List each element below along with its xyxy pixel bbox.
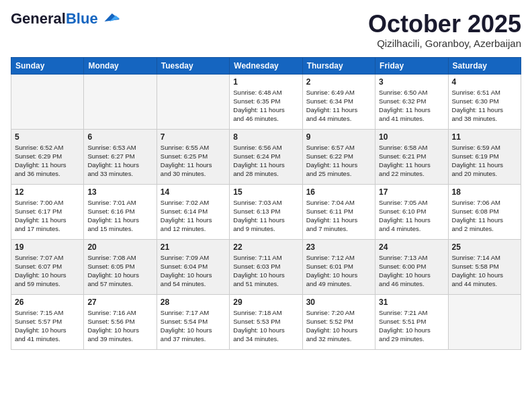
calendar-cell: 11Sunrise: 6:59 AM Sunset: 6:19 PM Dayli… xyxy=(448,129,521,184)
calendar-cell: 23Sunrise: 7:12 AM Sunset: 6:01 PM Dayli… xyxy=(302,239,375,294)
day-info: Sunrise: 7:20 AM Sunset: 5:52 PM Dayligh… xyxy=(306,308,371,344)
location: Qizilhacili, Goranboy, Azerbaijan xyxy=(368,38,521,49)
day-number: 9 xyxy=(306,132,371,142)
day-header-wednesday: Wednesday xyxy=(230,57,302,74)
day-number: 10 xyxy=(379,132,444,142)
calendar-header-row: SundayMondayTuesdayWednesdayThursdayFrid… xyxy=(11,57,521,74)
calendar-cell: 7Sunrise: 6:55 AM Sunset: 6:25 PM Daylig… xyxy=(157,129,229,184)
day-info: Sunrise: 7:04 AM Sunset: 6:11 PM Dayligh… xyxy=(306,198,371,234)
calendar-cell: 20Sunrise: 7:08 AM Sunset: 6:05 PM Dayli… xyxy=(84,239,157,294)
day-number: 29 xyxy=(233,298,298,307)
calendar-week-row: 5Sunrise: 6:52 AM Sunset: 6:29 PM Daylig… xyxy=(11,129,521,184)
day-info: Sunrise: 7:15 AM Sunset: 5:57 PM Dayligh… xyxy=(15,308,80,344)
calendar-cell xyxy=(11,74,84,129)
day-info: Sunrise: 6:58 AM Sunset: 6:21 PM Dayligh… xyxy=(379,143,444,179)
day-info: Sunrise: 7:14 AM Sunset: 5:58 PM Dayligh… xyxy=(452,253,517,289)
day-number: 15 xyxy=(233,187,298,197)
calendar-cell: 30Sunrise: 7:20 AM Sunset: 5:52 PM Dayli… xyxy=(302,294,375,349)
day-number: 30 xyxy=(306,298,371,307)
logo: GeneralBlue xyxy=(11,11,120,27)
calendar-cell: 29Sunrise: 7:18 AM Sunset: 5:53 PM Dayli… xyxy=(230,294,302,349)
logo-general: General xyxy=(11,10,66,27)
day-header-monday: Monday xyxy=(84,57,157,74)
calendar-week-row: 26Sunrise: 7:15 AM Sunset: 5:57 PM Dayli… xyxy=(11,294,521,349)
calendar-table: SundayMondayTuesdayWednesdayThursdayFrid… xyxy=(11,57,521,350)
day-number: 11 xyxy=(452,132,517,142)
day-info: Sunrise: 6:59 AM Sunset: 6:19 PM Dayligh… xyxy=(452,143,517,179)
calendar-cell: 4Sunrise: 6:51 AM Sunset: 6:30 PM Daylig… xyxy=(448,74,521,129)
day-number: 20 xyxy=(87,242,152,252)
calendar-cell: 13Sunrise: 7:01 AM Sunset: 6:16 PM Dayli… xyxy=(84,184,157,239)
day-header-sunday: Sunday xyxy=(11,57,84,74)
day-header-saturday: Saturday xyxy=(448,57,521,74)
day-number: 2 xyxy=(306,77,371,87)
logo-text: GeneralBlue xyxy=(11,11,98,27)
calendar-cell: 18Sunrise: 7:06 AM Sunset: 6:08 PM Dayli… xyxy=(448,184,521,239)
calendar-cell: 5Sunrise: 6:52 AM Sunset: 6:29 PM Daylig… xyxy=(11,129,84,184)
day-number: 4 xyxy=(452,77,517,87)
day-number: 27 xyxy=(87,298,152,307)
day-info: Sunrise: 7:05 AM Sunset: 6:10 PM Dayligh… xyxy=(379,198,444,234)
calendar-cell: 1Sunrise: 6:48 AM Sunset: 6:35 PM Daylig… xyxy=(230,74,302,129)
day-info: Sunrise: 7:11 AM Sunset: 6:03 PM Dayligh… xyxy=(233,253,298,289)
calendar-cell: 22Sunrise: 7:11 AM Sunset: 6:03 PM Dayli… xyxy=(230,239,302,294)
day-info: Sunrise: 7:21 AM Sunset: 5:51 PM Dayligh… xyxy=(379,308,444,344)
day-number: 19 xyxy=(15,242,80,252)
day-info: Sunrise: 6:55 AM Sunset: 6:25 PM Dayligh… xyxy=(161,143,226,179)
logo-blue: Blue xyxy=(66,10,98,27)
day-info: Sunrise: 6:51 AM Sunset: 6:30 PM Dayligh… xyxy=(452,88,517,124)
month-title: October 2025 xyxy=(368,11,521,38)
day-info: Sunrise: 7:18 AM Sunset: 5:53 PM Dayligh… xyxy=(233,308,298,344)
calendar-cell: 24Sunrise: 7:13 AM Sunset: 6:00 PM Dayli… xyxy=(375,239,448,294)
day-number: 21 xyxy=(161,242,226,252)
day-info: Sunrise: 7:01 AM Sunset: 6:16 PM Dayligh… xyxy=(87,198,152,234)
day-header-thursday: Thursday xyxy=(302,57,375,74)
day-info: Sunrise: 7:09 AM Sunset: 6:04 PM Dayligh… xyxy=(161,253,226,289)
day-number: 23 xyxy=(306,242,371,252)
calendar-cell xyxy=(448,294,521,349)
logo-icon xyxy=(99,11,120,24)
calendar-cell: 15Sunrise: 7:03 AM Sunset: 6:13 PM Dayli… xyxy=(230,184,302,239)
calendar-cell: 17Sunrise: 7:05 AM Sunset: 6:10 PM Dayli… xyxy=(375,184,448,239)
day-number: 14 xyxy=(161,187,226,197)
day-number: 18 xyxy=(452,187,517,197)
calendar-cell: 21Sunrise: 7:09 AM Sunset: 6:04 PM Dayli… xyxy=(157,239,229,294)
day-info: Sunrise: 7:08 AM Sunset: 6:05 PM Dayligh… xyxy=(87,253,152,289)
day-number: 31 xyxy=(379,298,444,307)
day-info: Sunrise: 6:48 AM Sunset: 6:35 PM Dayligh… xyxy=(233,88,298,124)
day-info: Sunrise: 6:49 AM Sunset: 6:34 PM Dayligh… xyxy=(306,88,371,124)
title-block: October 2025 Qizilhacili, Goranboy, Azer… xyxy=(368,11,521,49)
day-header-friday: Friday xyxy=(375,57,448,74)
calendar-cell: 2Sunrise: 6:49 AM Sunset: 6:34 PM Daylig… xyxy=(302,74,375,129)
calendar-cell: 8Sunrise: 6:56 AM Sunset: 6:24 PM Daylig… xyxy=(230,129,302,184)
page-header: GeneralBlue October 2025 Qizilhacili, Go… xyxy=(11,11,521,49)
day-number: 16 xyxy=(306,187,371,197)
day-info: Sunrise: 7:07 AM Sunset: 6:07 PM Dayligh… xyxy=(15,253,80,289)
day-header-tuesday: Tuesday xyxy=(157,57,229,74)
calendar-week-row: 1Sunrise: 6:48 AM Sunset: 6:35 PM Daylig… xyxy=(11,74,521,129)
day-number: 8 xyxy=(233,132,298,142)
calendar-cell xyxy=(84,74,157,129)
day-info: Sunrise: 7:16 AM Sunset: 5:56 PM Dayligh… xyxy=(87,308,152,344)
calendar-cell: 31Sunrise: 7:21 AM Sunset: 5:51 PM Dayli… xyxy=(375,294,448,349)
day-info: Sunrise: 7:17 AM Sunset: 5:54 PM Dayligh… xyxy=(161,308,226,344)
day-info: Sunrise: 7:03 AM Sunset: 6:13 PM Dayligh… xyxy=(233,198,298,234)
calendar-cell: 28Sunrise: 7:17 AM Sunset: 5:54 PM Dayli… xyxy=(157,294,229,349)
calendar-cell: 6Sunrise: 6:53 AM Sunset: 6:27 PM Daylig… xyxy=(84,129,157,184)
day-info: Sunrise: 7:13 AM Sunset: 6:00 PM Dayligh… xyxy=(379,253,444,289)
calendar-cell: 10Sunrise: 6:58 AM Sunset: 6:21 PM Dayli… xyxy=(375,129,448,184)
day-info: Sunrise: 7:02 AM Sunset: 6:14 PM Dayligh… xyxy=(161,198,226,234)
calendar-week-row: 19Sunrise: 7:07 AM Sunset: 6:07 PM Dayli… xyxy=(11,239,521,294)
day-number: 17 xyxy=(379,187,444,197)
day-number: 12 xyxy=(15,187,80,197)
day-info: Sunrise: 6:57 AM Sunset: 6:22 PM Dayligh… xyxy=(306,143,371,179)
calendar-cell: 14Sunrise: 7:02 AM Sunset: 6:14 PM Dayli… xyxy=(157,184,229,239)
day-info: Sunrise: 6:50 AM Sunset: 6:32 PM Dayligh… xyxy=(379,88,444,124)
day-number: 22 xyxy=(233,242,298,252)
calendar-cell: 25Sunrise: 7:14 AM Sunset: 5:58 PM Dayli… xyxy=(448,239,521,294)
day-number: 25 xyxy=(452,242,517,252)
calendar-cell: 16Sunrise: 7:04 AM Sunset: 6:11 PM Dayli… xyxy=(302,184,375,239)
calendar-cell: 26Sunrise: 7:15 AM Sunset: 5:57 PM Dayli… xyxy=(11,294,84,349)
day-info: Sunrise: 7:12 AM Sunset: 6:01 PM Dayligh… xyxy=(306,253,371,289)
day-number: 5 xyxy=(15,132,80,142)
